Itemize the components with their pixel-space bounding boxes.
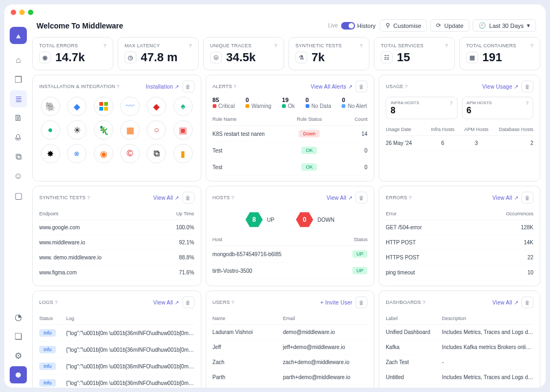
info-icon[interactable]: ? bbox=[531, 43, 533, 48]
delete-button[interactable]: 🗑 bbox=[522, 192, 533, 204]
integration-nginx[interactable]: ● bbox=[41, 120, 60, 140]
cube-icon[interactable]: ❒ bbox=[10, 71, 27, 88]
info-icon[interactable]: ? bbox=[189, 43, 192, 48]
integration-debian[interactable]: © bbox=[120, 144, 140, 163]
info-icon[interactable]: ? bbox=[55, 300, 57, 305]
integration-oracle[interactable]: ○ bbox=[147, 120, 166, 140]
info-icon[interactable]: ? bbox=[87, 195, 90, 200]
brand-logo[interactable]: ⟁ bbox=[10, 27, 27, 44]
integration-box[interactable]: ▣ bbox=[173, 120, 193, 140]
table-row[interactable]: www.middleware.io92.1% bbox=[39, 235, 194, 250]
delete-button[interactable]: 🗑 bbox=[183, 296, 194, 308]
delete-button[interactable]: 🗑 bbox=[183, 192, 194, 204]
list-icon[interactable]: ≣ bbox=[10, 90, 27, 107]
info-icon[interactable]: ? bbox=[526, 100, 529, 106]
integration-aws[interactable]: ▦ bbox=[120, 120, 140, 140]
info-icon[interactable]: ? bbox=[231, 300, 234, 305]
delete-button[interactable]: 🗑 bbox=[356, 192, 367, 204]
integration-amazon[interactable]: ▮ bbox=[173, 144, 193, 163]
view-usage-link[interactable]: View Usage ↗ bbox=[482, 84, 518, 90]
table-row[interactable]: tirth-Vostro-3500UP bbox=[213, 263, 368, 279]
invite-user-button[interactable]: + Invite User bbox=[320, 300, 352, 306]
info-icon[interactable]: ? bbox=[274, 43, 277, 48]
table-row[interactable]: K8S restart test narenDown14 bbox=[213, 126, 368, 142]
info-icon[interactable]: ? bbox=[450, 100, 453, 106]
file-icon[interactable]: 🗎 bbox=[10, 110, 27, 127]
integration-slack2[interactable]: ✳ bbox=[67, 120, 86, 140]
headset-icon[interactable]: ◔ bbox=[10, 308, 27, 325]
integration-microsoft[interactable] bbox=[94, 97, 113, 116]
info-icon[interactable]: ? bbox=[360, 43, 363, 48]
table-row[interactable]: Info{"log":"\u001b[0m \u001b[36mINFO\udh… bbox=[39, 375, 194, 388]
table-row[interactable]: www.figma.com71.6% bbox=[39, 265, 194, 280]
integration-mysql[interactable]: 〰 bbox=[120, 97, 140, 116]
table-row[interactable]: Laduram Vishnoidemo@middleware.io bbox=[213, 325, 368, 340]
delete-button[interactable]: 🗑 bbox=[356, 81, 367, 92]
table-row[interactable]: Zach Test- bbox=[386, 355, 533, 370]
table-row[interactable]: Unified DashboardIncludes Metrics, Trace… bbox=[386, 325, 533, 340]
integration-redis[interactable]: ◆ bbox=[147, 97, 166, 116]
maximize-icon[interactable] bbox=[28, 10, 33, 15]
table-row[interactable]: TestOK0 bbox=[213, 159, 368, 176]
integration-suse[interactable]: 🦎 bbox=[94, 120, 113, 140]
table-row[interactable]: Zachzach+demo@middleware.io bbox=[213, 355, 368, 370]
view-hosts-link[interactable]: View All ↗ bbox=[327, 195, 352, 201]
table-row[interactable]: ping timeout10 bbox=[386, 265, 533, 280]
monitor-icon[interactable]: ▢ bbox=[10, 187, 27, 204]
info-icon[interactable]: ? bbox=[234, 84, 236, 89]
robot-icon[interactable]: ☺ bbox=[10, 168, 27, 185]
info-icon[interactable]: ? bbox=[231, 195, 234, 200]
table-row[interactable]: Info{"log":"\u001b[0m \u001b[36mINFO\udh… bbox=[39, 358, 194, 375]
delete-button[interactable]: 🗑 bbox=[522, 296, 533, 308]
avatar[interactable]: ☻ bbox=[10, 366, 27, 383]
delete-button[interactable]: 🗑 bbox=[356, 296, 367, 308]
info-icon[interactable]: ? bbox=[423, 300, 425, 305]
info-icon[interactable]: ? bbox=[104, 43, 106, 48]
integration-postgres[interactable]: 🐘 bbox=[41, 97, 60, 116]
bell-icon[interactable]: 🕭 bbox=[10, 129, 27, 146]
view-logs-link[interactable]: View All ↗ bbox=[153, 300, 179, 306]
package-icon[interactable]: ❏ bbox=[10, 328, 27, 345]
live-toggle[interactable] bbox=[341, 22, 355, 30]
table-row[interactable]: Info{"log":"\u001b[0m \u001b[36mINFO\udh… bbox=[39, 325, 194, 342]
table-row[interactable]: KafkaIncludes Kafka metrics Brokers onli… bbox=[386, 340, 533, 355]
table-row[interactable]: UntitledIncludes Metrics, Traces and Log… bbox=[386, 370, 533, 385]
close-icon[interactable] bbox=[11, 10, 16, 15]
customise-button[interactable]: ⚲Customise bbox=[380, 19, 427, 32]
delete-button[interactable]: 🗑 bbox=[183, 81, 194, 92]
home-icon[interactable]: ⌂ bbox=[10, 52, 27, 69]
view-synthetic-link[interactable]: View All ↗ bbox=[153, 195, 179, 201]
installation-link[interactable]: Installation ↗ bbox=[146, 84, 179, 90]
info-icon[interactable]: ? bbox=[445, 43, 448, 48]
table-row[interactable]: 26 May '24632 bbox=[386, 136, 533, 151]
integration-slack[interactable]: ⧉ bbox=[147, 144, 166, 163]
view-dashboards-link[interactable]: View All ↗ bbox=[493, 300, 518, 306]
table-row[interactable]: GET /504-error128K bbox=[386, 220, 533, 235]
table-row[interactable]: mongodb-6574549716-b6l85UP bbox=[213, 246, 368, 263]
table-row[interactable]: www. demo.middleware.io88.8% bbox=[39, 250, 194, 265]
date-range-button[interactable]: 🕘Last 30 Days▾ bbox=[473, 19, 536, 32]
table-row[interactable]: HTTP POST14K bbox=[386, 235, 533, 250]
delete-button[interactable]: 🗑 bbox=[522, 81, 533, 92]
integration-mongo[interactable]: ♠ bbox=[173, 97, 193, 116]
table-row[interactable]: Info{"log":"\u001b[0m \u001b[36mINFO\udh… bbox=[39, 342, 194, 358]
info-icon[interactable]: ? bbox=[117, 84, 119, 89]
table-row[interactable]: HTTPS POST22 bbox=[386, 250, 533, 265]
table-row[interactable]: TestOK0 bbox=[213, 142, 368, 159]
integration-kubernetes[interactable]: ⎈ bbox=[67, 144, 86, 163]
view-errors-link[interactable]: View All ↗ bbox=[493, 195, 518, 201]
integration-flower[interactable]: ✸ bbox=[41, 144, 60, 163]
table-row[interactable]: Parthparth+demo@middleware.io bbox=[213, 370, 368, 385]
integration-ubuntu[interactable]: ◉ bbox=[94, 144, 113, 163]
update-button[interactable]: ⟳Update bbox=[430, 19, 469, 32]
table-row[interactable]: www.google.com100.0% bbox=[39, 220, 194, 235]
minimize-icon[interactable] bbox=[19, 10, 25, 15]
chevron-down-icon: ▾ bbox=[527, 22, 530, 29]
flow-icon[interactable]: ⧉ bbox=[10, 148, 27, 165]
info-icon[interactable]: ? bbox=[409, 195, 411, 200]
info-icon[interactable]: ? bbox=[405, 84, 408, 89]
integration-diamond[interactable]: ◆ bbox=[67, 97, 86, 116]
table-row[interactable]: Jeffjeff+demo@middleware.io bbox=[213, 340, 368, 355]
view-alerts-link[interactable]: View All Alerts ↗ bbox=[310, 84, 352, 90]
gear-icon[interactable]: ⚙ bbox=[10, 347, 27, 364]
